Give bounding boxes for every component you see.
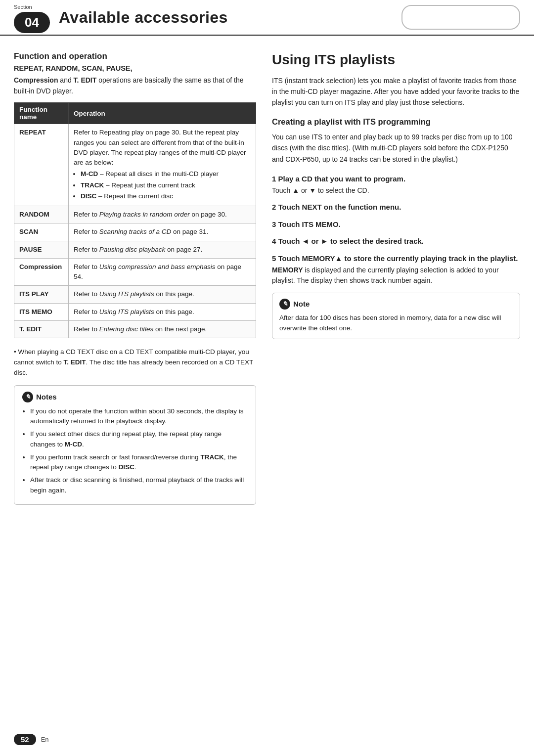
step: 5 Touch MEMORY▲ to store the currently p… [272, 253, 520, 286]
chapter-number: 04 [14, 12, 50, 33]
table-row: REPEATRefer to Repeating play on page 30… [14, 124, 256, 206]
table-cell-op: Refer to Using ITS playlists on this pag… [68, 303, 256, 320]
table-row: RANDOMRefer to Playing tracks in random … [14, 206, 256, 223]
step-sub: Touch ▲ or ▼ to select the CD. [272, 185, 520, 196]
note-icon: ✎ [279, 299, 290, 310]
table-cell-name: ITS PLAY [14, 286, 69, 303]
func-op-heading: Function and operation [14, 51, 256, 61]
table-cell-op: Refer to Playing tracks in random order … [68, 206, 256, 223]
table-row: CompressionRefer to Using compression an… [14, 258, 256, 286]
table-cell-op: Refer to Entering disc titles on the nex… [68, 320, 256, 338]
left-column: Function and operation REPEAT, RANDOM, S… [14, 51, 256, 505]
table-col-function: Function name [14, 103, 69, 124]
list-item: If you do not operate the function withi… [30, 406, 248, 427]
page-title: Available accessories [59, 8, 228, 27]
step-num: 5 [272, 254, 276, 263]
notes-heading: ✎ Notes [22, 392, 248, 402]
step-num: 4 [272, 237, 276, 245]
step-sub: MEMORY is displayed and the currently pl… [272, 265, 520, 286]
section-label: Section [14, 4, 32, 10]
function-table: Function name Operation REPEATRefer to R… [14, 102, 256, 338]
table-row: ITS MEMORefer to Using ITS playlists on … [14, 303, 256, 320]
table-cell-op: Refer to Repeating play on page 30. But … [68, 124, 256, 206]
table-cell-name: T. EDIT [14, 320, 69, 338]
cd-text-note: • When playing a CD TEXT disc on a CD TE… [14, 347, 256, 378]
notes-icon: ✎ [22, 392, 33, 402]
footer-lang: En [41, 736, 49, 743]
step-label: 2 Touch NEXT on the function menu. [272, 202, 520, 213]
step: 2 Touch NEXT on the function menu. [272, 202, 520, 213]
step-label: 4 Touch ◄ or ► to select the desired tra… [272, 236, 520, 247]
note-heading: ✎ Note [279, 298, 513, 310]
step-num: 1 [272, 175, 276, 183]
steps-container: 1 Play a CD that you want to program.Tou… [272, 174, 520, 286]
step: 3 Touch ITS MEMO. [272, 219, 520, 230]
note-box: ✎ Note After data for 100 discs has been… [272, 293, 520, 339]
table-cell-op: Refer to Using compression and bass emph… [68, 258, 256, 286]
notes-box: ✎ Notes If you do not operate the functi… [14, 385, 256, 505]
table-row: PAUSERefer to Pausing disc playback on p… [14, 241, 256, 258]
func-op-keywords: REPEAT, RANDOM, SCAN, PAUSE, [14, 64, 256, 72]
creating-heading: Creating a playlist with ITS programming [272, 117, 520, 127]
table-cell-name: REPEAT [14, 124, 69, 206]
list-item: If you perform track search or fast forw… [30, 452, 248, 473]
table-cell-name: Compression [14, 258, 69, 286]
step-num: 2 [272, 203, 276, 211]
its-title: Using ITS playlists [272, 51, 520, 68]
note-text: After data for 100 discs has been stored… [279, 314, 501, 332]
step-label: 1 Play a CD that you want to program. [272, 174, 520, 185]
table-cell-op: Refer to Scanning tracks of a CD on page… [68, 223, 256, 241]
step-num: 3 [272, 220, 276, 228]
table-col-operation: Operation [68, 103, 256, 124]
page-container: Section 04 Available accessories Functio… [0, 0, 534, 756]
step: 1 Play a CD that you want to program.Tou… [272, 174, 520, 196]
page-footer: 52 En [0, 734, 534, 745]
table-cell-op: Refer to Using ITS playlists on this pag… [68, 286, 256, 303]
table-row: T. EDITRefer to Entering disc titles on … [14, 320, 256, 338]
main-content: Function and operation REPEAT, RANDOM, S… [0, 36, 534, 505]
table-cell-name: RANDOM [14, 206, 69, 223]
table-cell-name: ITS MEMO [14, 303, 69, 320]
right-column: Using ITS playlists ITS (instant track s… [272, 51, 520, 505]
step-label: 5 Touch MEMORY▲ to store the currently p… [272, 253, 520, 265]
step-label: 3 Touch ITS MEMO. [272, 219, 520, 230]
header-right-box [401, 5, 520, 30]
table-row: ITS PLAYRefer to Using ITS playlists on … [14, 286, 256, 303]
page-number: 52 [14, 734, 36, 745]
page-header: Section 04 Available accessories [0, 0, 534, 36]
list-item: After track or disc scanning is finished… [30, 475, 248, 495]
list-item: If you select other discs during repeat … [30, 429, 248, 449]
table-cell-name: SCAN [14, 223, 69, 241]
section-badge: Section 04 [0, 0, 50, 35]
func-op-intro: Compression and T. EDIT operations are b… [14, 75, 256, 96]
notes-list: If you do not operate the function withi… [30, 406, 248, 495]
step: 4 Touch ◄ or ► to select the desired tra… [272, 236, 520, 247]
header-title-area: Available accessories [50, 0, 401, 35]
table-cell-op: Refer to Pausing disc playback on page 2… [68, 241, 256, 258]
table-cell-name: PAUSE [14, 241, 69, 258]
its-intro: ITS (instant track selection) lets you m… [272, 75, 520, 108]
table-row: SCANRefer to Scanning tracks of a CD on … [14, 223, 256, 241]
creating-intro: You can use ITS to enter and play back u… [272, 132, 520, 165]
